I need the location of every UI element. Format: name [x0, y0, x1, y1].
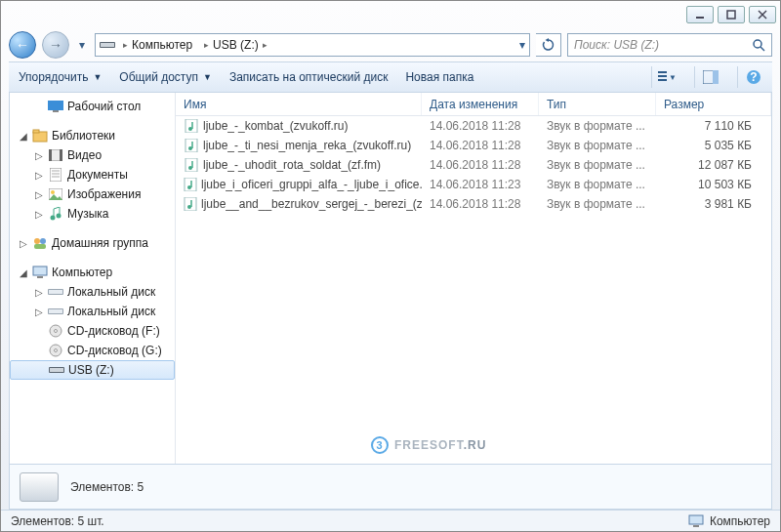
svg-rect-16: [53, 110, 59, 112]
tree-item-desktop[interactable]: Рабочий стол: [10, 97, 175, 116]
svg-rect-1: [727, 11, 735, 19]
address-dropdown-icon[interactable]: ▾: [519, 38, 525, 52]
file-list[interactable]: ljube_-_kombat_(zvukoff.ru)14.06.2018 11…: [176, 116, 771, 464]
hdd-icon: [48, 304, 63, 319]
file-type: Звук в формате ...: [539, 197, 656, 211]
tree-item-video[interactable]: ▷Видео: [10, 145, 175, 165]
share-button[interactable]: Общий доступ▼: [119, 70, 212, 84]
computer-icon: [688, 513, 704, 529]
close-button[interactable]: [749, 6, 776, 23]
svg-rect-10: [658, 79, 667, 81]
tree-item-cd-g[interactable]: CD-дисковод (G:): [10, 341, 175, 360]
details-text: Элементов: 5: [70, 480, 144, 494]
svg-rect-12: [713, 70, 719, 84]
svg-rect-49: [185, 139, 197, 152]
svg-point-31: [34, 238, 40, 244]
drive-icon: [100, 37, 115, 53]
svg-rect-15: [48, 101, 63, 110]
tree-item-documents[interactable]: ▷Документы: [10, 165, 175, 184]
expand-icon[interactable]: ▷: [33, 287, 44, 298]
file-row[interactable]: ljube_-_kombat_(zvukoff.ru)14.06.2018 11…: [176, 116, 771, 136]
audio-file-icon: [184, 177, 197, 192]
tree-item-computer[interactable]: ◢Компьютер: [10, 263, 175, 282]
cd-icon: [48, 323, 63, 339]
expand-icon[interactable]: ▷: [33, 307, 44, 317]
tree-item-homegroup[interactable]: ▷Домашняя группа: [10, 233, 175, 253]
column-header-type[interactable]: Тип: [539, 93, 656, 115]
file-size: 7 110 КБ: [656, 119, 771, 133]
expand-icon[interactable]: ▷: [18, 238, 28, 249]
file-type: Звук в формате ...: [539, 119, 656, 133]
svg-rect-21: [60, 149, 62, 161]
help-button[interactable]: ?: [737, 66, 762, 88]
back-button[interactable]: ←: [9, 31, 36, 59]
svg-rect-39: [49, 309, 62, 313]
svg-rect-58: [185, 197, 196, 211]
search-input[interactable]: Поиск: USB (Z:): [567, 33, 772, 57]
desktop-icon: [48, 99, 63, 114]
file-row[interactable]: ljube_i_oficeri_gruppi_alfa_-_ljube_i_of…: [176, 175, 771, 194]
history-dropdown[interactable]: ▾: [75, 35, 89, 55]
breadcrumb-label: Компьютер: [132, 38, 192, 52]
collapse-icon[interactable]: ◢: [18, 267, 28, 278]
breadcrumb-segment-root[interactable]: ▸ Компьютер: [119, 38, 196, 52]
file-size: 12 087 КБ: [656, 158, 771, 172]
maximize-button[interactable]: [718, 6, 745, 23]
search-placeholder: Поиск: USB (Z:): [574, 38, 659, 52]
preview-pane-button[interactable]: [694, 66, 719, 88]
tree-item-localdisk-2[interactable]: ▷Локальный диск: [10, 302, 175, 321]
view-options-button[interactable]: ▼: [651, 66, 677, 88]
forward-button[interactable]: →: [42, 31, 69, 59]
tree-item-cd-f[interactable]: CD-дисковод (F:): [10, 321, 175, 341]
pictures-icon: [48, 186, 63, 202]
tree-item-music[interactable]: ▷Музыка: [10, 204, 175, 224]
tree-item-usb-z[interactable]: USB (Z:): [10, 360, 175, 380]
svg-rect-55: [185, 178, 196, 191]
expand-icon[interactable]: ▷: [33, 150, 44, 161]
file-name: ljube_i_oficeri_gruppi_alfa_-_ljube_i_of…: [201, 178, 422, 191]
audio-file-icon: [184, 118, 199, 134]
svg-rect-18: [33, 130, 39, 133]
address-bar[interactable]: ▸ Компьютер ▸ USB (Z:) ▸ ▾: [95, 33, 530, 57]
tree-item-libraries[interactable]: ◢Библиотеки: [10, 126, 175, 145]
chevron-right-icon: ▸: [263, 40, 267, 50]
drive-icon: [49, 362, 64, 378]
file-row[interactable]: ljube_-_ti_nesi_menja_reka_(zvukoff.ru)1…: [176, 136, 771, 155]
expand-icon[interactable]: ▷: [33, 189, 44, 200]
file-size: 10 503 КБ: [656, 178, 771, 191]
expand-icon[interactable]: ▷: [33, 170, 44, 181]
svg-point-27: [51, 190, 55, 194]
file-row[interactable]: ljube_-_uhodit_rota_soldat_(zf.fm)14.06.…: [176, 155, 771, 175]
file-type: Звук в формате ...: [539, 139, 656, 152]
svg-rect-61: [689, 515, 703, 524]
drive-thumbnail-icon: [20, 472, 59, 502]
file-type: Звук в формате ...: [539, 178, 656, 191]
column-header-size[interactable]: Размер: [656, 93, 771, 115]
refresh-button[interactable]: [536, 33, 561, 57]
svg-rect-33: [34, 244, 46, 249]
tree-item-pictures[interactable]: ▷Изображения: [10, 184, 175, 204]
details-pane: Элементов: 5: [9, 465, 772, 510]
expand-icon[interactable]: ▷: [33, 209, 44, 220]
svg-rect-37: [49, 290, 62, 294]
file-name: ljube__and__bezrukov_sergej_-_berezi_(zv…: [201, 197, 422, 211]
collapse-icon[interactable]: ◢: [18, 131, 28, 142]
breadcrumb-segment-current[interactable]: ▸ USB (Z:) ▸: [200, 38, 271, 52]
svg-text:?: ?: [750, 70, 757, 84]
watermark-badge: 3: [371, 436, 389, 454]
tree-item-localdisk-1[interactable]: ▷Локальный диск: [10, 282, 175, 302]
column-header-name[interactable]: Имя: [176, 93, 422, 115]
minimize-button[interactable]: [686, 6, 714, 23]
column-header-date[interactable]: Дата изменения: [422, 93, 539, 115]
burn-button[interactable]: Записать на оптический диск: [229, 70, 389, 84]
organize-button[interactable]: Упорядочить▼: [19, 70, 102, 84]
search-icon: [752, 38, 765, 52]
column-headers: Имя Дата изменения Тип Размер: [176, 93, 771, 116]
svg-point-43: [55, 349, 58, 352]
titlebar: [1, 1, 780, 28]
file-row[interactable]: ljube__and__bezrukov_sergej_-_berezi_(zv…: [176, 194, 771, 214]
svg-rect-5: [101, 43, 114, 47]
new-folder-button[interactable]: Новая папка: [405, 70, 473, 84]
file-date: 14.06.2018 11:28: [422, 139, 539, 152]
libraries-icon: [32, 128, 48, 143]
